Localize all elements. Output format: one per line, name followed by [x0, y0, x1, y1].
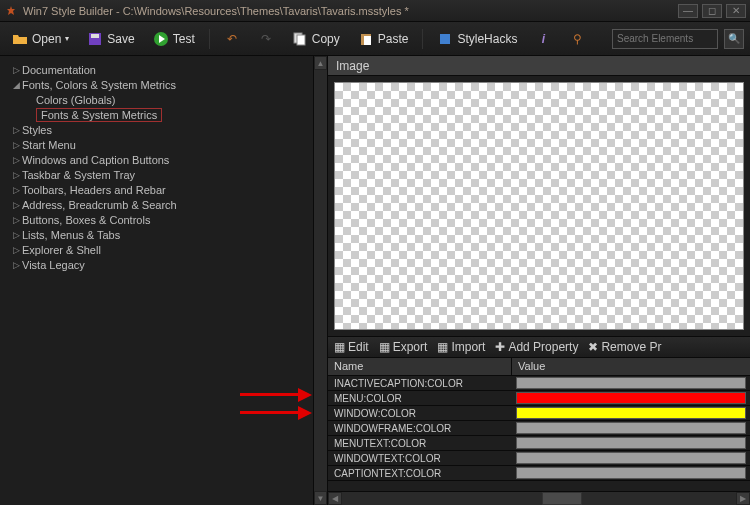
property-grid: Name Value INACTIVECAPTION:COLORMENU:COL… — [328, 358, 750, 505]
navigation-tree-pane: ▷Documentation◢Fonts, Colors & System Me… — [0, 56, 328, 505]
property-name: MENUTEXT:COLOR — [328, 438, 512, 449]
edit-button[interactable]: ▦Edit — [334, 340, 369, 354]
remove-property-label: Remove Pr — [601, 340, 661, 354]
tree-item-label: Address, Breadcrumb & Search — [22, 199, 177, 211]
column-name-header[interactable]: Name — [328, 358, 512, 375]
tree-item[interactable]: ◢Fonts, Colors & System Metrics — [0, 77, 327, 92]
tree-item[interactable]: ▷Windows and Caption Buttons — [0, 152, 327, 167]
test-label: Test — [173, 32, 195, 46]
magnifier-icon: 🔍 — [728, 33, 740, 44]
save-label: Save — [107, 32, 134, 46]
tree-item-label: Start Menu — [22, 139, 76, 151]
hscroll-thumb[interactable] — [542, 492, 582, 505]
property-grid-hscroll[interactable]: ◀ ▶ — [328, 491, 750, 505]
tree-scrollbar[interactable]: ▲ ▼ — [313, 56, 327, 505]
play-icon — [153, 31, 169, 47]
tree-item[interactable]: ▷Explorer & Shell — [0, 242, 327, 257]
copy-button[interactable]: Copy — [286, 28, 346, 50]
expand-arrow-icon[interactable]: ▷ — [10, 260, 22, 270]
navigation-tree[interactable]: ▷Documentation◢Fonts, Colors & System Me… — [0, 56, 327, 272]
property-color-swatch[interactable] — [516, 422, 746, 434]
expand-arrow-icon[interactable]: ▷ — [10, 125, 22, 135]
expand-arrow-icon[interactable]: ▷ — [10, 200, 22, 210]
image-preview-area — [328, 76, 750, 336]
tree-item[interactable]: ▷Lists, Menus & Tabs — [0, 227, 327, 242]
tree-item[interactable]: ▷Vista Legacy — [0, 257, 327, 272]
redo-button[interactable]: ↷ — [252, 28, 280, 50]
search-go-button[interactable]: 🔍 — [724, 29, 744, 49]
test-button[interactable]: Test — [147, 28, 201, 50]
property-row[interactable]: INACTIVECAPTION:COLOR — [328, 376, 750, 391]
import-icon: ▦ — [437, 340, 448, 354]
column-value-header[interactable]: Value — [512, 358, 750, 375]
maximize-button[interactable]: ◻ — [702, 4, 722, 18]
property-row[interactable]: WINDOW:COLOR — [328, 406, 750, 421]
paste-button[interactable]: Paste — [352, 28, 415, 50]
property-color-swatch[interactable] — [516, 392, 746, 404]
main-toolbar: Open ▾ Save Test ↶ ↷ Copy Paste StyleHac… — [0, 22, 750, 56]
tree-item-label: Styles — [22, 124, 52, 136]
edit-icon: ▦ — [334, 340, 345, 354]
expand-arrow-icon[interactable]: ▷ — [10, 170, 22, 180]
property-color-swatch[interactable] — [516, 377, 746, 389]
scroll-down-button[interactable]: ▼ — [314, 491, 327, 505]
app-icon — [4, 4, 18, 18]
property-row[interactable]: WINDOWTEXT:COLOR — [328, 451, 750, 466]
tree-item[interactable]: Fonts & System Metrics — [0, 107, 327, 122]
expand-arrow-icon[interactable]: ▷ — [10, 215, 22, 225]
expand-arrow-icon[interactable]: ▷ — [10, 155, 22, 165]
copy-label: Copy — [312, 32, 340, 46]
expand-arrow-icon[interactable]: ▷ — [10, 140, 22, 150]
property-color-swatch[interactable] — [516, 467, 746, 479]
import-button[interactable]: ▦Import — [437, 340, 485, 354]
info-icon: i — [535, 31, 551, 47]
property-toolbar: ▦Edit ▦Export ▦Import ✚Add Property ✖Rem… — [328, 336, 750, 358]
expand-arrow-icon[interactable]: ▷ — [10, 65, 22, 75]
svg-rect-4 — [297, 35, 305, 45]
property-color-swatch[interactable] — [516, 452, 746, 464]
property-color-swatch[interactable] — [516, 407, 746, 419]
stylehacks-button[interactable]: StyleHacks — [431, 28, 523, 50]
close-button[interactable]: ✕ — [726, 4, 746, 18]
expand-arrow-icon[interactable]: ▷ — [10, 245, 22, 255]
save-button[interactable]: Save — [81, 28, 140, 50]
right-pane: Image ▦Edit ▦Export ▦Import ✚Add Propert… — [328, 56, 750, 505]
expand-arrow-icon[interactable]: ▷ — [10, 230, 22, 240]
open-button[interactable]: Open ▾ — [6, 28, 75, 50]
tree-item-label: Windows and Caption Buttons — [22, 154, 169, 166]
export-button[interactable]: ▦Export — [379, 340, 428, 354]
tree-item-label: Colors (Globals) — [36, 94, 115, 106]
tree-item[interactable]: ▷Buttons, Boxes & Controls — [0, 212, 327, 227]
add-property-button[interactable]: ✚Add Property — [495, 340, 578, 354]
property-grid-header: Name Value — [328, 358, 750, 376]
minimize-button[interactable]: — — [678, 4, 698, 18]
undo-button[interactable]: ↶ — [218, 28, 246, 50]
tree-item[interactable]: Colors (Globals) — [0, 92, 327, 107]
expand-arrow-icon[interactable]: ▷ — [10, 185, 22, 195]
property-row[interactable]: MENU:COLOR — [328, 391, 750, 406]
tree-item[interactable]: ▷Start Menu — [0, 137, 327, 152]
tree-item[interactable]: ▷Address, Breadcrumb & Search — [0, 197, 327, 212]
tree-item-label: Vista Legacy — [22, 259, 85, 271]
property-row[interactable]: MENUTEXT:COLOR — [328, 436, 750, 451]
scroll-up-button[interactable]: ▲ — [314, 56, 327, 70]
property-row[interactable]: WINDOWFRAME:COLOR — [328, 421, 750, 436]
tree-item[interactable]: ▷Toolbars, Headers and Rebar — [0, 182, 327, 197]
info-button[interactable]: i — [529, 28, 557, 50]
undo-icon: ↶ — [224, 31, 240, 47]
remove-property-button[interactable]: ✖Remove Pr — [588, 340, 661, 354]
search-input[interactable] — [612, 29, 718, 49]
tree-item[interactable]: ▷Styles — [0, 122, 327, 137]
tree-item[interactable]: ▷Documentation — [0, 62, 327, 77]
window-root: Win7 Style Builder - C:\Windows\Resource… — [0, 0, 750, 505]
tree-item[interactable]: ▷Taskbar & System Tray — [0, 167, 327, 182]
paste-icon — [358, 31, 374, 47]
scroll-left-button[interactable]: ◀ — [328, 492, 342, 505]
copy-icon — [292, 31, 308, 47]
property-color-swatch[interactable] — [516, 437, 746, 449]
scroll-right-button[interactable]: ▶ — [736, 492, 750, 505]
expand-arrow-icon[interactable]: ◢ — [10, 80, 22, 90]
svg-rect-1 — [91, 34, 99, 38]
wand-button[interactable]: ⚲ — [563, 28, 591, 50]
property-row[interactable]: CAPTIONTEXT:COLOR — [328, 466, 750, 481]
